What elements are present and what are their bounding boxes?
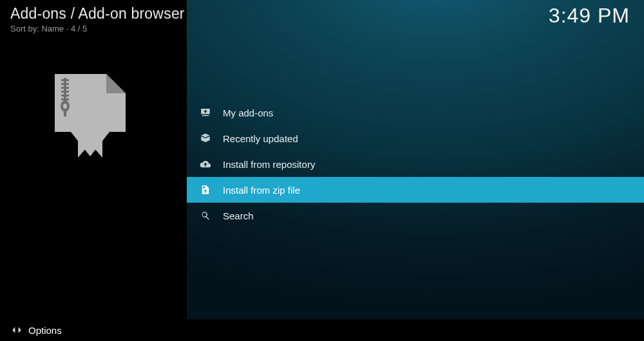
breadcrumb: Add-ons / Add-on browser Sort by: Name ·…	[10, 5, 185, 33]
menu-item-label: Install from zip file	[223, 185, 300, 196]
bottom-bar: Options	[0, 319, 644, 341]
zip-download-icon	[200, 184, 211, 196]
menu-item-install-from-zip-file[interactable]: Install from zip file	[187, 177, 644, 203]
menu-item-recently-updated[interactable]: Recently updated	[187, 125, 644, 151]
sort-status: Sort by: Name · 4 / 5	[10, 24, 185, 33]
zip-download-poster-icon	[55, 74, 126, 158]
svg-rect-6	[61, 98, 69, 100]
monitor-download-icon	[200, 107, 211, 118]
menu-item-label: Install from repository	[223, 159, 315, 170]
svg-rect-2	[61, 83, 69, 85]
search-icon	[200, 210, 211, 221]
page-title: Add-ons / Add-on browser	[10, 5, 185, 23]
svg-rect-5	[61, 95, 69, 97]
svg-rect-4	[61, 91, 69, 93]
svg-rect-3	[61, 87, 69, 89]
menu-item-label: Recently updated	[223, 133, 298, 144]
cloud-download-icon	[200, 158, 211, 170]
menu-item-my-add-ons[interactable]: My add-ons	[187, 100, 644, 125]
menu-item-search[interactable]: Search	[187, 203, 644, 228]
clock: 3:49 PM	[549, 4, 630, 28]
menu-item-label: Search	[223, 210, 254, 221]
menu-item-label: My add-ons	[223, 107, 273, 118]
options-nav-icon[interactable]	[12, 325, 22, 335]
addon-poster	[55, 74, 126, 158]
svg-marker-10	[71, 132, 109, 156]
menu-list: My add-onsRecently updatedInstall from r…	[187, 100, 644, 228]
menu-item-install-from-repository[interactable]: Install from repository	[187, 151, 644, 177]
svg-rect-9	[80, 109, 100, 134]
open-box-icon	[200, 133, 211, 144]
svg-point-8	[63, 104, 67, 109]
svg-rect-1	[61, 79, 69, 81]
options-label[interactable]: Options	[28, 325, 62, 336]
